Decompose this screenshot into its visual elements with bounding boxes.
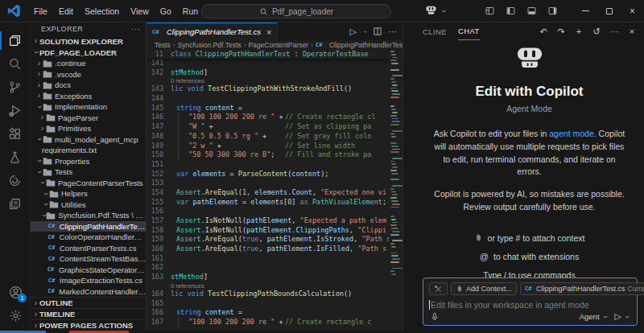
continue-ext-icon[interactable]	[0, 169, 31, 192]
run-debug-icon[interactable]	[0, 99, 31, 122]
code-comment: // Set gray fill colo	[285, 132, 371, 140]
code-line-text: "2 w " +// Set line width	[171, 142, 402, 151]
section-solution-explorer[interactable]: ›SOLUTION EXPLORER	[31, 35, 146, 47]
sidebar-more-actions-icon[interactable]: ···	[131, 25, 141, 33]
editor-more-actions-icon[interactable]: ···	[388, 27, 397, 36]
code-line-text: string content =	[171, 308, 402, 318]
tree-item[interactable]: ›Primitives	[31, 123, 146, 134]
menu-selection[interactable]: Selection	[79, 4, 125, 18]
codelens-references[interactable]: 0 references	[147, 77, 402, 84]
run-tests-icon[interactable]: ▷	[350, 27, 357, 37]
tree-item[interactable]: ›Syncfusion.Pdf.Tests \ PageContentParse…	[31, 210, 146, 221]
tree-item[interactable]: C#GraphicsStateOperatorHandlerTests.cs	[31, 265, 146, 276]
testing-icon[interactable]	[0, 146, 31, 169]
new-chat-icon[interactable]: +	[573, 27, 584, 36]
code-comment: // Set line width	[285, 142, 355, 150]
copilot-icon	[424, 6, 438, 16]
breadcrumb[interactable]: Tests›Syncfusion.Pdf.Tests›PageContentPa…	[147, 40, 402, 49]
chat-tab-chat[interactable]: CHAT	[458, 23, 480, 40]
tab-clippingpathhandlertest[interactable]: C# ClippingPathHandlerTest.cs ×	[147, 23, 278, 40]
line-number: 146	[147, 113, 171, 122]
add-context-button[interactable]: Add Context...	[451, 282, 517, 295]
tree-item[interactable]: ›multi_model_agent_mcp	[31, 134, 146, 146]
tree-item[interactable]: C#ColorOperatorHandlerTests.cs	[31, 232, 146, 243]
section-pdf-page-loader[interactable]: ›PDF_PAGE_LOADER	[31, 47, 146, 58]
customize-layout-icon[interactable]	[479, 0, 500, 22]
settings-icon[interactable]	[0, 304, 31, 327]
copilot-menu-button[interactable]: ›	[424, 6, 447, 16]
tree-item[interactable]: ›Implementation	[31, 101, 146, 113]
tree-item[interactable]: C#ImageExtractionTests.cs	[31, 275, 146, 286]
comments-ext-icon[interactable]	[0, 192, 31, 216]
tree-item[interactable]: C#ClippingPathHandlerTest.cs	[31, 221, 146, 232]
window-maximize-button[interactable]	[597, 0, 621, 22]
redo-icon[interactable]: ↷	[555, 27, 567, 37]
tree-item[interactable]: requirements.txt	[31, 145, 146, 156]
breadcrumb-item[interactable]: PageContentParser	[248, 41, 308, 49]
menu-run[interactable]: Run	[177, 4, 204, 18]
command-center-search[interactable]: Pdf_page_loader	[201, 4, 391, 18]
accounts-icon[interactable]: 1	[0, 281, 31, 304]
tree-item[interactable]: ›PageParser	[31, 113, 146, 124]
toggle-secondary-sidebar-icon[interactable]	[542, 0, 563, 22]
code-comment: // Fill and stroke pa	[285, 150, 371, 158]
tree-item[interactable]: C#ContentStreamTestBase.cs	[31, 253, 146, 265]
codelens-references[interactable]: 0 references	[147, 282, 402, 290]
tree-item[interactable]: C#ContentParserTests.cs	[31, 243, 146, 254]
code-area[interactable]: 141142stMethod]0 references143lic void T…	[147, 59, 402, 327]
section-outline[interactable]: ›OUTLINE	[31, 297, 146, 308]
extensions-icon[interactable]	[0, 122, 31, 146]
microphone-icon[interactable]	[430, 312, 440, 322]
code-tokens: "50 50 300 300 re B";	[188, 150, 285, 160]
section-timeline[interactable]: ›TIMELINE	[31, 308, 146, 319]
menu-edit[interactable]: Edit	[53, 4, 79, 18]
paperclip-icon	[456, 285, 464, 293]
undo-icon[interactable]: ↶	[538, 27, 549, 37]
more-icon[interactable]: ···	[609, 27, 620, 36]
tree-item[interactable]: ›docs	[31, 80, 146, 91]
tree-item[interactable]: ›PageContentParserTests	[31, 178, 146, 189]
window-minimize-button[interactable]	[574, 0, 597, 22]
code-line: 149"2 w " +// Set line width	[147, 142, 402, 151]
tree-item[interactable]: ›.vscode	[31, 69, 146, 80]
tree-item[interactable]: ›Exceptions	[31, 91, 146, 102]
run-dropdown-icon[interactable]: ›	[361, 29, 369, 34]
explorer-sidebar: EXPLORER ··· ›SOLUTION EXPLORER›PDF_PAGE…	[31, 23, 147, 331]
send-button[interactable]: ▷›	[615, 311, 630, 322]
toggle-primary-sidebar-icon[interactable]	[500, 0, 521, 22]
history-icon[interactable]: ↺	[591, 27, 602, 37]
chat-input-box[interactable]: Add Context... C# ClippingPathHandlerTes…	[423, 278, 638, 326]
minimap[interactable]	[389, 49, 402, 331]
menu-file[interactable]: File	[28, 4, 53, 18]
vscode-logo-icon	[7, 4, 21, 18]
split-editor-icon[interactable]	[373, 27, 382, 36]
tree-item[interactable]: ›Helpers	[31, 188, 146, 199]
menu-go[interactable]: Go	[155, 4, 177, 18]
tree-item[interactable]: ›.continue	[31, 58, 146, 69]
current-file-chip[interactable]: C# ClippingPathHandlerTest.cs Current fi…	[520, 282, 644, 295]
tree-item[interactable]: C#MarkedContentHandlerTests.cs	[31, 286, 146, 298]
breadcrumb-item[interactable]: Tests	[155, 41, 171, 49]
chat-input-placeholder[interactable]: Edit files in your workspace in agent mo…	[431, 300, 589, 310]
close-icon[interactable]: ×	[626, 27, 638, 36]
breadcrumb-item[interactable]: Syncfusion.Pdf.Tests	[178, 41, 242, 49]
breadcrumb-item[interactable]: ClippingPathHandlerTest.cs	[329, 41, 402, 49]
sidebar-title: EXPLORER	[41, 25, 83, 33]
toggle-panel-icon[interactable]	[521, 0, 542, 22]
search-icon[interactable]	[0, 52, 31, 76]
window-close-button[interactable]: ×	[621, 0, 644, 22]
tools-button[interactable]	[429, 282, 448, 295]
source-control-icon[interactable]	[0, 76, 31, 99]
breadcrumb-separator: ›	[311, 41, 313, 49]
menu-view[interactable]: View	[125, 4, 155, 18]
code-line-text	[171, 254, 402, 264]
tree-item[interactable]: ›Properties	[31, 156, 146, 167]
chat-tab-cline[interactable]: CLINE	[423, 23, 447, 40]
explorer-icon[interactable]	[0, 29, 31, 52]
tree-item[interactable]: ›Tests	[31, 166, 146, 178]
section-power-pages-actions[interactable]: ›POWER PAGES ACTIONS	[31, 319, 146, 331]
agent-mode-link[interactable]: agent mode	[549, 129, 593, 138]
tab-close-icon[interactable]: ×	[266, 27, 271, 37]
mode-picker-dropdown[interactable]: Agent›	[580, 312, 609, 321]
tree-item[interactable]: ›Utilities	[31, 199, 146, 211]
